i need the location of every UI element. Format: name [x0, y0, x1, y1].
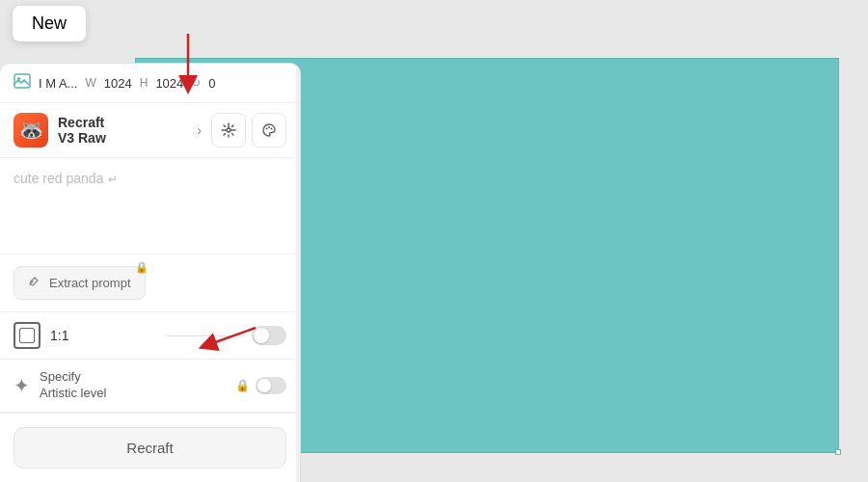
width-label: W — [85, 76, 95, 90]
svg-point-8 — [228, 126, 230, 128]
extract-section: Extract prompt 🔒 — [0, 254, 300, 312]
model-name: RecraftV3 Raw — [58, 115, 187, 146]
artistic-level-row: ✦ SpecifyArtistic level 🔒 — [0, 360, 300, 413]
settings-tool-button[interactable] — [211, 113, 246, 147]
recraft-button[interactable]: Recraft — [14, 427, 286, 469]
height-label: H — [140, 76, 149, 90]
image-type-icon — [14, 73, 31, 93]
image-info-row: I M A... W 1024 H 1024 ↻ 0 — [0, 64, 300, 103]
left-panel: I M A... W 1024 H 1024 ↻ 0 🦝 RecraftV3 R… — [0, 63, 301, 482]
aspect-toggle[interactable] — [252, 326, 286, 345]
model-row: 🦝 RecraftV3 Raw › — [0, 103, 300, 158]
svg-point-7 — [225, 129, 227, 131]
extract-prompt-label: Extract prompt — [49, 276, 131, 290]
artistic-icon: ✦ — [14, 374, 30, 397]
artistic-controls: 🔒 — [235, 377, 286, 394]
model-chevron[interactable]: › — [197, 122, 202, 138]
svg-point-11 — [268, 126, 270, 128]
height-value[interactable]: 1024 — [155, 76, 183, 91]
width-value[interactable]: 1024 — [104, 76, 132, 91]
extract-lock-icon: 🔒 — [135, 261, 149, 274]
aspect-ratio-row: 1:1 — [0, 312, 300, 360]
svg-point-10 — [266, 128, 268, 130]
toggle-line — [167, 335, 244, 336]
new-button[interactable]: New — [13, 6, 86, 41]
aspect-toggle-thumb — [254, 328, 269, 343]
image-filename: I M A... — [39, 76, 77, 91]
aspect-ratio-label: 1:1 — [50, 328, 68, 343]
tool-buttons — [211, 113, 286, 147]
rotation-value[interactable]: 0 — [208, 76, 215, 91]
extract-prompt-button[interactable]: Extract prompt 🔒 — [14, 266, 146, 300]
recraft-section: Recraft — [0, 413, 300, 482]
prompt-area[interactable]: cute red panda ↵ — [0, 158, 300, 254]
artistic-toggle[interactable] — [256, 377, 286, 394]
aspect-inner-box — [19, 328, 35, 343]
aspect-ratio-icon — [14, 322, 41, 349]
prompt-text: cute red panda — [14, 171, 103, 186]
rotation-icon: ↻ — [191, 76, 201, 90]
svg-point-6 — [227, 128, 231, 132]
model-icon: 🦝 — [14, 113, 48, 147]
palette-tool-button[interactable] — [252, 113, 286, 147]
artistic-level-label: SpecifyArtistic level — [40, 369, 106, 402]
artistic-toggle-thumb — [258, 379, 271, 392]
extract-icon — [28, 275, 41, 291]
prompt-return-icon: ↵ — [108, 173, 118, 186]
canvas-corner-handle[interactable] — [835, 449, 841, 455]
aspect-toggle-container — [78, 326, 286, 345]
svg-point-12 — [271, 128, 273, 130]
svg-point-9 — [231, 129, 233, 131]
artistic-lock-icon: 🔒 — [235, 379, 250, 392]
